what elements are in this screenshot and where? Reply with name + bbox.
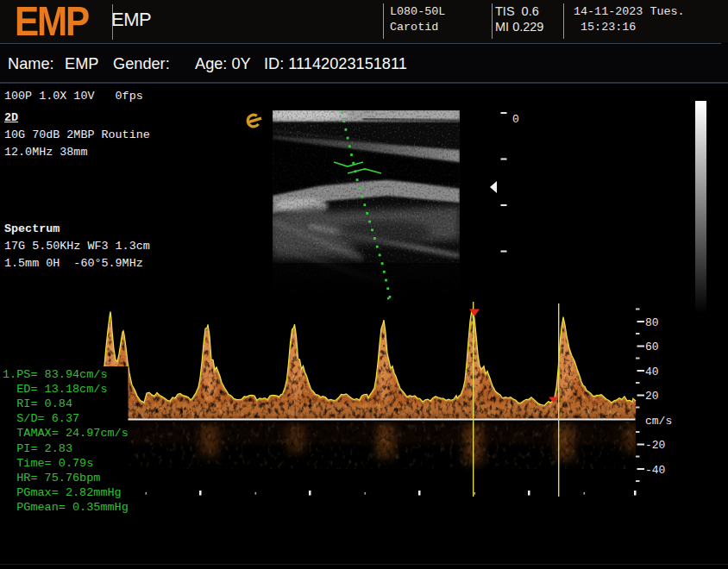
svg-text:-20: -20 bbox=[645, 439, 665, 452]
svg-text:cm/s: cm/s bbox=[645, 415, 672, 428]
svg-text:0: 0 bbox=[512, 113, 519, 126]
svg-text:60: 60 bbox=[645, 341, 659, 353]
svg-text:40: 40 bbox=[645, 366, 659, 378]
svg-text:-40: -40 bbox=[645, 464, 665, 477]
svg-text:20: 20 bbox=[645, 390, 659, 403]
svg-text:80: 80 bbox=[645, 316, 659, 329]
